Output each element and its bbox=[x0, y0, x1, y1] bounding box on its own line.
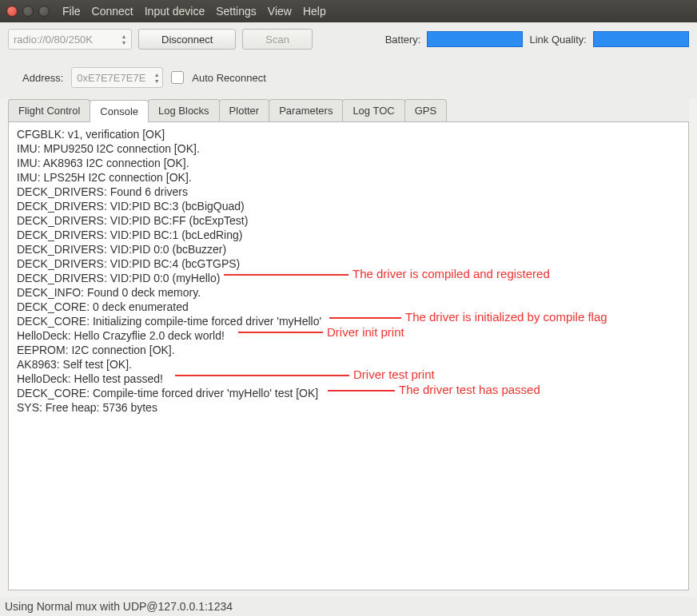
console-line: DECK_CORE: Initializing compile-time for… bbox=[17, 314, 680, 328]
menu-input-device[interactable]: Input device bbox=[145, 5, 205, 18]
menu-connect[interactable]: Connect bbox=[92, 5, 133, 18]
address-label: Address: bbox=[22, 72, 63, 84]
link-quality-label: Link Quality: bbox=[529, 34, 587, 46]
console-line: AK8963: Self test [OK]. bbox=[17, 357, 680, 372]
console-line: IMU: LPS25H I2C connection [OK]. bbox=[17, 170, 680, 185]
menu-help[interactable]: Help bbox=[303, 5, 326, 18]
tab-flight-control[interactable]: Flight Control bbox=[8, 99, 90, 121]
link-quality-bar bbox=[593, 31, 689, 47]
tab-log-blocks[interactable]: Log Blocks bbox=[148, 99, 220, 121]
console-line: HelloDeck: Hello Crazyflie 2.0 deck worl… bbox=[17, 328, 680, 343]
console-line: DECK_DRIVERS: VID:PID BC:FF (bcExpTest) bbox=[17, 213, 680, 228]
minimize-icon[interactable] bbox=[22, 6, 34, 17]
console-line: DECK_DRIVERS: VID:PID BC:4 (bcGTGPS) bbox=[17, 256, 680, 271]
scan-button[interactable]: Scan bbox=[242, 29, 313, 50]
console-line: IMU: MPU9250 I2C connection [OK]. bbox=[17, 141, 680, 156]
status-text: Using Normal mux with UDP@127.0.0.1:1234 bbox=[5, 600, 233, 613]
console-line: CFGBLK: v1, verification [OK] bbox=[17, 127, 680, 141]
console-line: DECK_DRIVERS: VID:PID BC:1 (bcLedRing) bbox=[17, 228, 680, 242]
status-bar: Using Normal mux with UDP@127.0.0.1:1234 bbox=[0, 597, 697, 616]
tab-gps[interactable]: GPS bbox=[404, 99, 447, 121]
tab-bar: Flight ControlConsoleLog BlocksPlotterPa… bbox=[8, 99, 689, 122]
console-line: DECK_INFO: Found 0 deck memory. bbox=[17, 285, 680, 300]
uri-value: radio://0/80/250K bbox=[14, 34, 93, 46]
tab-plotter[interactable]: Plotter bbox=[219, 99, 270, 121]
close-icon[interactable] bbox=[6, 6, 18, 17]
console-panel: CFGBLK: v1, verification [OK]IMU: MPU925… bbox=[8, 122, 689, 590]
console-line: DECK_CORE: 0 deck enumerated bbox=[17, 300, 680, 314]
battery-bar bbox=[427, 31, 523, 47]
address-value: 0xE7E7E7E7E bbox=[77, 72, 145, 84]
console-line: EEPROM: I2C connection [OK]. bbox=[17, 343, 680, 357]
console-line: DECK_DRIVERS: VID:PID BC:3 (bcBigQuad) bbox=[17, 199, 680, 213]
chevron-up-icon[interactable]: ▲ bbox=[120, 33, 128, 39]
address-input[interactable]: 0xE7E7E7E7E ▲ ▼ bbox=[71, 67, 163, 88]
console-line: HelloDeck: Hello test passed! bbox=[17, 372, 680, 386]
console-line: DECK_DRIVERS: Found 6 drivers bbox=[17, 185, 680, 199]
address-row: Address: 0xE7E7E7E7E ▲ ▼ Auto Reconnect bbox=[0, 56, 697, 99]
menubar: File Connect Input device Settings View … bbox=[62, 5, 326, 18]
disconnect-button[interactable]: Disconnect bbox=[138, 29, 236, 50]
uri-combobox[interactable]: radio://0/80/250K ▲ ▼ bbox=[8, 29, 132, 50]
titlebar: File Connect Input device Settings View … bbox=[0, 0, 697, 22]
battery-label: Battery: bbox=[385, 34, 421, 46]
chevron-down-icon[interactable]: ▼ bbox=[120, 39, 128, 46]
chevron-up-icon[interactable]: ▲ bbox=[153, 71, 161, 77]
maximize-icon[interactable] bbox=[38, 6, 50, 17]
connection-toolbar: radio://0/80/250K ▲ ▼ Disconnect Scan Ba… bbox=[0, 22, 697, 56]
console-line: DECK_DRIVERS: VID:PID 0:0 (myHello) bbox=[17, 271, 680, 285]
menu-view[interactable]: View bbox=[268, 5, 292, 18]
chevron-down-icon[interactable]: ▼ bbox=[153, 77, 161, 84]
console-line: DECK_CORE: Compile-time forced driver 'm… bbox=[17, 386, 680, 400]
console-line: DECK_DRIVERS: VID:PID 0:0 (bcBuzzer) bbox=[17, 242, 680, 256]
console-output[interactable]: CFGBLK: v1, verification [OK]IMU: MPU925… bbox=[17, 127, 680, 415]
auto-reconnect-label: Auto Reconnect bbox=[192, 72, 266, 84]
menu-file[interactable]: File bbox=[62, 5, 81, 18]
auto-reconnect-checkbox[interactable] bbox=[171, 71, 184, 84]
menu-settings[interactable]: Settings bbox=[216, 5, 257, 18]
console-line: SYS: Free heap: 5736 bytes bbox=[17, 400, 680, 415]
tab-log-toc[interactable]: Log TOC bbox=[342, 99, 404, 121]
tab-parameters[interactable]: Parameters bbox=[269, 99, 343, 121]
tab-console[interactable]: Console bbox=[90, 100, 149, 122]
console-line: IMU: AK8963 I2C connection [OK]. bbox=[17, 156, 680, 170]
